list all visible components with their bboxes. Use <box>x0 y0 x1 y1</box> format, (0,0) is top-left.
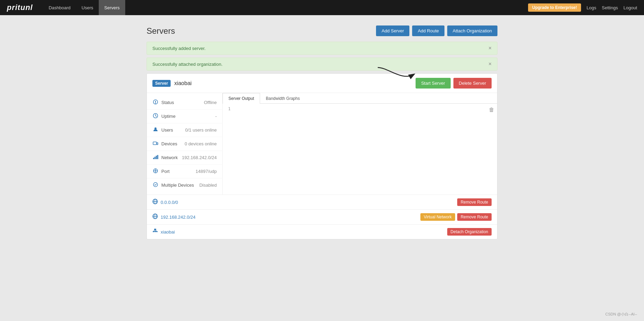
org-row: xiaobai Detach Organization <box>147 224 497 239</box>
svg-rect-4 <box>153 158 154 159</box>
devices-value: 0 devices online <box>185 141 217 146</box>
svg-rect-5 <box>154 157 155 159</box>
page-title: Servers <box>147 26 175 36</box>
port-label: Port <box>161 169 193 174</box>
remove-route-button-0[interactable]: Remove Route <box>457 198 492 206</box>
add-server-button[interactable]: Add Server <box>376 25 409 36</box>
svg-rect-3 <box>157 143 158 145</box>
alert-close-1[interactable]: × <box>489 45 492 51</box>
nav-users[interactable]: Users <box>76 0 99 15</box>
svg-rect-18 <box>154 229 156 230</box>
server-card: Server xiaobai Start Server Delete <box>147 73 497 239</box>
svg-rect-19 <box>153 231 154 232</box>
alert-added-server: Successfully added server. × <box>147 42 497 55</box>
nav-links: Dashboard Users Servers <box>43 0 125 15</box>
header-buttons: Add Server Add Route Attach Organization <box>376 25 497 36</box>
alert-message-2: Successfully attached organization. <box>152 62 223 67</box>
route-row-0: 0.0.0.0/0 Remove Route <box>147 195 497 209</box>
alert-attached-org: Successfully attached organization. × <box>147 58 497 71</box>
add-route-button[interactable]: Add Route <box>412 25 444 36</box>
delete-server-button[interactable]: Delete Server <box>453 78 492 89</box>
status-label: Status <box>161 100 201 105</box>
svg-rect-6 <box>156 156 157 159</box>
trash-icon[interactable]: 🗑 <box>489 106 494 113</box>
multiple-devices-value: Disabled <box>199 183 217 188</box>
attach-organization-button[interactable]: Attach Organization <box>447 25 497 36</box>
stat-port: Port 14897/udp <box>147 165 222 178</box>
route-address-1: 192.168.242.0/24 <box>161 215 418 220</box>
svg-rect-7 <box>157 155 158 159</box>
nav-dashboard[interactable]: Dashboard <box>43 0 76 15</box>
navbar-right: Upgrade to Enterprise! Logs Settings Log… <box>528 3 637 12</box>
multiple-devices-icon <box>152 182 159 188</box>
server-header: Server xiaobai Start Server Delete <box>147 74 497 93</box>
server-badge: Server <box>152 80 171 87</box>
svg-rect-20 <box>154 231 156 232</box>
server-header-actions: Start Server Delete Server <box>416 78 492 89</box>
org-actions: Detach Organization <box>447 228 492 236</box>
route-globe-icon-1 <box>152 214 158 220</box>
network-value: 192.168.242.0/24 <box>182 155 217 160</box>
tab-server-output[interactable]: Server Output <box>223 93 260 104</box>
page-header: Servers Add Server Add Route Attach Orga… <box>147 25 497 36</box>
main-content: Servers Add Server Add Route Attach Orga… <box>133 15 511 250</box>
logs-link[interactable]: Logs <box>587 5 596 10</box>
settings-link[interactable]: Settings <box>602 5 618 10</box>
navbar: pritunl Dashboard Users Servers Upgrade … <box>0 0 644 15</box>
uptime-value: - <box>215 114 217 119</box>
arrow-annotation: Start Server <box>416 78 450 89</box>
users-label: Users <box>161 127 182 133</box>
route-address-0: 0.0.0.0/0 <box>161 200 454 205</box>
server-output-area: Server Output Bandwidth Graphs 1 🗑 <box>223 93 497 195</box>
stat-network: Network 192.168.242.0/24 <box>147 151 222 165</box>
port-value: 14897/udp <box>196 169 217 174</box>
status-icon <box>152 99 159 106</box>
stat-devices: Devices 0 devices online <box>147 137 222 151</box>
network-icon <box>152 154 159 161</box>
nav-servers[interactable]: Servers <box>99 0 125 15</box>
tab-bandwidth-graphs[interactable]: Bandwidth Graphs <box>260 93 306 104</box>
output-content: 1 🗑 <box>223 104 497 195</box>
status-value: Offline <box>204 100 217 105</box>
server-body: Status Offline Uptime - Users <box>147 93 497 195</box>
stat-users: Users 0/1 users online <box>147 123 222 137</box>
server-name: xiaobai <box>174 80 412 86</box>
org-name: xiaobai <box>161 229 444 235</box>
org-icon <box>152 228 158 235</box>
virtual-network-button[interactable]: Virtual Network <box>420 213 455 221</box>
stat-multiple-devices: Multiple Devices Disabled <box>147 178 222 192</box>
users-value: 0/1 users online <box>185 127 217 133</box>
uptime-label: Uptime <box>161 114 213 119</box>
svg-rect-2 <box>153 142 157 145</box>
detach-organization-button[interactable]: Detach Organization <box>447 228 492 236</box>
output-line-number: 1 <box>225 106 233 111</box>
stat-status: Status Offline <box>147 96 222 110</box>
devices-icon <box>152 141 159 147</box>
uptime-icon <box>152 113 159 120</box>
stat-uptime: Uptime - <box>147 110 222 123</box>
route-actions-0: Remove Route <box>457 198 492 206</box>
route-actions-1: Virtual Network Remove Route <box>420 213 492 221</box>
devices-label: Devices <box>161 141 182 146</box>
alert-close-2[interactable]: × <box>489 61 492 67</box>
network-label: Network <box>161 155 179 160</box>
output-tabs: Server Output Bandwidth Graphs <box>223 93 497 104</box>
upgrade-button[interactable]: Upgrade to Enterprise! <box>528 3 581 12</box>
users-icon <box>152 127 159 133</box>
multiple-devices-label: Multiple Devices <box>161 183 196 188</box>
svg-rect-21 <box>156 231 158 232</box>
server-sidebar: Status Offline Uptime - Users <box>147 93 223 195</box>
alert-message-1: Successfully added server. <box>152 46 206 51</box>
remove-route-button-1[interactable]: Remove Route <box>457 213 492 221</box>
route-globe-icon-0 <box>152 199 158 206</box>
port-icon <box>152 168 159 175</box>
brand-logo: pritunl <box>7 3 33 12</box>
route-row-1: 192.168.242.0/24 Virtual Network Remove … <box>147 209 497 224</box>
start-server-button[interactable]: Start Server <box>416 78 450 89</box>
logout-link[interactable]: Logout <box>623 5 637 10</box>
